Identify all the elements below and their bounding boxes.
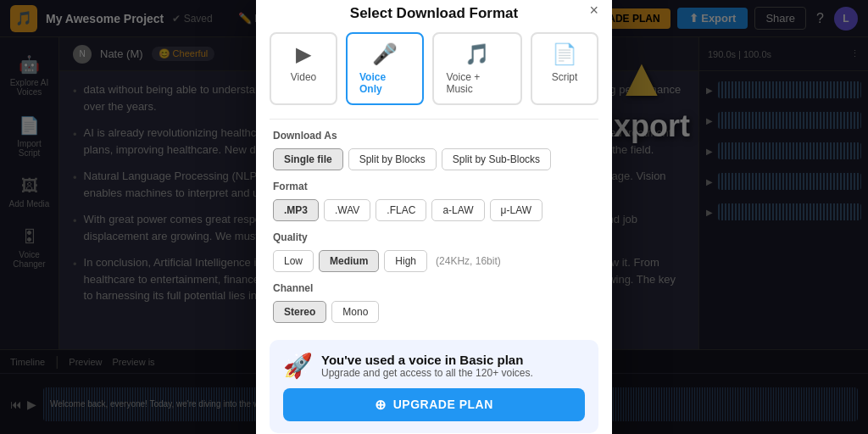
format-card-video[interactable]: ▶ Video: [270, 32, 337, 105]
option-split-by-blocks[interactable]: Split by Blocks: [348, 148, 437, 170]
upgrade-text-block: You've used a voice in Basic plan Upgrad…: [321, 353, 533, 379]
rocket-icon: 🚀: [283, 352, 313, 380]
upgrade-btn-label: UPGRADE PLAN: [393, 398, 493, 411]
format-alaw[interactable]: a-LAW: [431, 199, 484, 221]
channel-options-group: Stereo Mono: [273, 301, 595, 323]
channel-section: Channel Stereo Mono: [256, 282, 612, 333]
format-card-voice-music[interactable]: 🎵 Voice + Music: [432, 32, 522, 105]
video-icon: ▶: [296, 42, 311, 66]
format-section-label: Format: [273, 181, 595, 192]
upgrade-banner-top: 🚀 You've used a voice in Basic plan Upgr…: [283, 352, 585, 380]
format-cards-row: ▶ Video 🎤 Voice Only 🎵 Voice + Music 📄 S…: [256, 32, 612, 119]
format-card-script-label: Script: [552, 71, 578, 83]
format-section: Format .MP3 .WAV .FLAC a-LAW μ-LAW: [256, 181, 612, 231]
download-options-group: Single file Split by Blocks Split by Sub…: [273, 148, 595, 170]
upgrade-banner: 🚀 You've used a voice in Basic plan Upgr…: [270, 340, 598, 433]
download-as-label: Download As: [273, 130, 595, 142]
option-single-file[interactable]: Single file: [273, 148, 343, 170]
quality-medium[interactable]: Medium: [319, 250, 379, 272]
format-card-voice-only-label: Voice Only: [359, 71, 410, 95]
upgrade-btn-icon: ⊕: [375, 397, 387, 413]
option-split-by-sub-blocks[interactable]: Split by Sub-Blocks: [442, 148, 551, 170]
channel-stereo[interactable]: Stereo: [273, 301, 326, 323]
format-ulaw[interactable]: μ-LAW: [490, 199, 542, 221]
modal-overlay: Select Download Format × ▶ Video 🎤 Voice…: [0, 0, 868, 434]
upgrade-banner-title: You've used a voice in Basic plan: [321, 353, 533, 367]
format-flac[interactable]: .FLAC: [376, 199, 426, 221]
quality-section-label: Quality: [273, 231, 595, 243]
download-as-section: Download As Single file Split by Blocks …: [256, 120, 612, 181]
script-icon: 📄: [552, 42, 577, 66]
quality-high[interactable]: High: [384, 250, 427, 272]
format-card-voice-only[interactable]: 🎤 Voice Only: [346, 32, 424, 105]
format-card-voice-music-label: Voice + Music: [446, 71, 509, 95]
format-mp3[interactable]: .MP3: [273, 199, 319, 221]
upgrade-banner-subtitle: Upgrade and get access to all the 120+ v…: [321, 367, 533, 379]
download-format-modal: Select Download Format × ▶ Video 🎤 Voice…: [256, 0, 612, 434]
channel-section-label: Channel: [273, 282, 595, 294]
format-card-script[interactable]: 📄 Script: [531, 32, 598, 105]
modal-header: Select Download Format ×: [256, 0, 612, 32]
modal-close-button[interactable]: ×: [589, 2, 598, 19]
quality-section: Quality Low Medium High (24KHz, 16bit): [256, 231, 612, 282]
format-wav[interactable]: .WAV: [324, 199, 370, 221]
quality-note: (24KHz, 16bit): [436, 255, 501, 267]
quality-low[interactable]: Low: [273, 250, 314, 272]
channel-mono[interactable]: Mono: [331, 301, 379, 323]
music-icon: 🎵: [465, 42, 490, 66]
format-card-video-label: Video: [291, 71, 316, 83]
quality-options-group: Low Medium High (24KHz, 16bit): [273, 250, 595, 272]
upgrade-plan-button[interactable]: ⊕ UPGRADE PLAN: [283, 388, 585, 421]
microphone-icon: 🎤: [372, 42, 398, 66]
format-options-group: .MP3 .WAV .FLAC a-LAW μ-LAW: [273, 199, 595, 221]
modal-title: Select Download Format: [350, 5, 518, 22]
